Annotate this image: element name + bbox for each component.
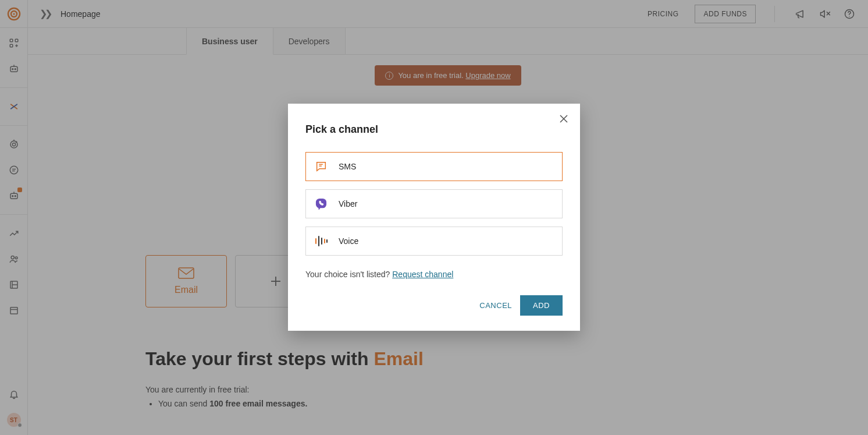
modal-title: Pick a channel xyxy=(305,123,563,136)
sms-icon xyxy=(314,160,328,174)
voice-icon xyxy=(314,234,328,248)
close-icon[interactable] xyxy=(558,113,570,125)
cancel-button[interactable]: CANCEL xyxy=(479,301,512,310)
channel-option-sms[interactable]: SMS xyxy=(305,152,563,181)
channel-option-label: Voice xyxy=(339,236,358,246)
channel-option-voice[interactable]: Voice xyxy=(305,227,563,256)
add-button[interactable]: ADD xyxy=(520,295,563,316)
viber-icon xyxy=(314,197,328,211)
request-channel-link[interactable]: Request channel xyxy=(392,270,453,279)
channel-option-label: SMS xyxy=(339,162,356,171)
channel-option-viber[interactable]: Viber xyxy=(305,189,563,218)
channel-option-label: Viber xyxy=(339,199,357,208)
pick-channel-modal: Pick a channel SMS Viber xyxy=(288,104,580,331)
modal-note: Your choice isn't listed? Request channe… xyxy=(305,270,563,279)
